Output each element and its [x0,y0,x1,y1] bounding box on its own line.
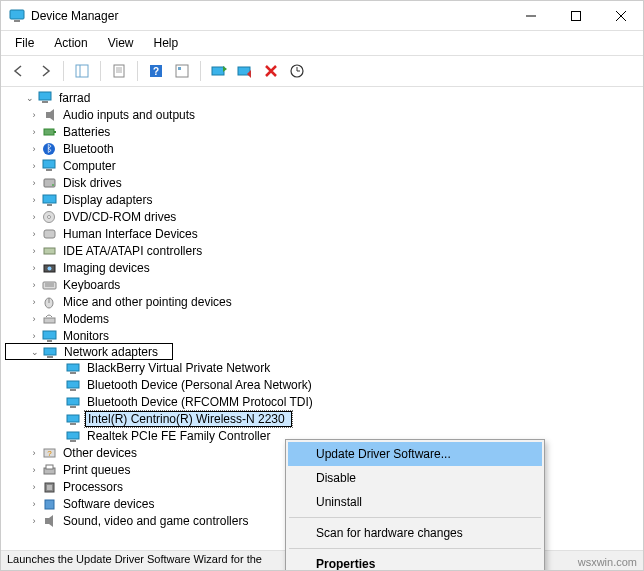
category-battery[interactable]: ›Batteries [5,123,643,140]
battery-icon [41,124,59,140]
menu-action[interactable]: Action [46,33,95,53]
close-button[interactable] [598,1,643,31]
category-audio[interactable]: ›Audio inputs and outputs [5,106,643,123]
expand-icon[interactable]: › [27,482,41,492]
expand-icon[interactable]: › [27,161,41,171]
ctx-update-driver[interactable]: Update Driver Software... [288,442,542,466]
expand-icon[interactable]: › [27,127,41,137]
separator [200,61,201,81]
category-bt[interactable]: ›Bluetooth [5,140,643,157]
toolbar: ? [1,55,643,87]
expand-icon[interactable]: › [27,144,41,154]
network-adapter-icon [65,360,83,376]
svg-rect-45 [44,348,56,355]
menu-view[interactable]: View [100,33,142,53]
action-center-button[interactable] [170,59,194,83]
monitor-icon [41,328,59,344]
category-display[interactable]: ›Display adapters [5,191,643,208]
expand-icon[interactable]: › [27,448,41,458]
category-kb[interactable]: ›Keyboards [5,276,643,293]
category-label: Disk drives [61,176,124,190]
svg-rect-53 [67,415,79,422]
status-text: Launches the Update Driver Software Wiza… [7,553,262,565]
category-network-adapters[interactable]: ⌄ Network adapters [5,343,173,360]
disable-button[interactable] [233,59,257,83]
category-label: Keyboards [61,278,122,292]
separator [289,548,541,549]
category-hid[interactable]: ›Human Interface Devices [5,225,643,242]
svg-rect-51 [67,398,79,405]
category-img[interactable]: ›Imaging devices [5,259,643,276]
svg-rect-6 [76,65,88,77]
collapse-icon[interactable]: ⌄ [28,347,42,357]
adapter-item[interactable]: Bluetooth Device (RFCOMM Protocol TDI) [5,393,643,410]
expand-icon[interactable]: › [27,195,41,205]
category-label: Processors [61,480,125,494]
category-label: Monitors [61,329,111,343]
expand-icon[interactable]: › [27,297,41,307]
expand-icon[interactable]: › [27,331,41,341]
computer-icon [37,90,55,106]
img-icon [41,260,59,276]
category-label: Human Interface Devices [61,227,200,241]
minimize-button[interactable] [508,1,553,31]
sw-icon [41,496,59,512]
category-dvd[interactable]: ›DVD/CD-ROM drives [5,208,643,225]
category-ide[interactable]: ›IDE ATA/ATAPI controllers [5,242,643,259]
ctx-scan[interactable]: Scan for hardware changes [288,521,542,545]
expand-icon[interactable]: › [27,263,41,273]
category-disk[interactable]: ›Disk drives [5,174,643,191]
forward-button[interactable] [33,59,57,83]
collapse-icon[interactable]: ⌄ [23,93,37,103]
expand-icon[interactable]: › [27,246,41,256]
expand-icon[interactable]: › [27,465,41,475]
expand-icon[interactable]: › [27,314,41,324]
category-modem[interactable]: ›Modems [5,310,643,327]
category-label: Batteries [61,125,112,139]
scan-hardware-button[interactable] [285,59,309,83]
svg-rect-14 [176,65,188,77]
properties-button[interactable] [107,59,131,83]
svg-rect-50 [70,389,76,391]
menubar: File Action View Help [1,31,643,55]
pc-icon [41,158,59,174]
expand-icon[interactable]: › [27,280,41,290]
category-monitor[interactable]: ›Monitors [5,327,643,344]
update-driver-button[interactable] [207,59,231,83]
svg-rect-0 [10,10,24,19]
menu-file[interactable]: File [7,33,42,53]
network-icon [42,344,60,360]
adapter-item[interactable]: Intel(R) Centrino(R) Wireless-N 2230 [5,410,643,427]
category-mouse[interactable]: ›Mice and other pointing devices [5,293,643,310]
separator [63,61,64,81]
ctx-properties[interactable]: Properties [288,552,542,571]
maximize-button[interactable] [553,1,598,31]
other-icon: ? [41,445,59,461]
help-button[interactable]: ? [144,59,168,83]
expand-icon[interactable]: › [27,516,41,526]
adapter-item[interactable]: BlackBerry Virtual Private Network [5,359,643,376]
network-adapter-icon [65,428,83,444]
category-label: Other devices [61,446,139,460]
svg-rect-49 [67,381,79,388]
back-button[interactable] [7,59,31,83]
svg-rect-44 [47,340,52,342]
expand-icon[interactable]: › [27,499,41,509]
dvd-icon [41,209,59,225]
show-hide-console-button[interactable] [70,59,94,83]
uninstall-button[interactable] [259,59,283,83]
expand-icon[interactable]: › [27,229,41,239]
svg-rect-19 [39,92,51,100]
category-pc[interactable]: ›Computer [5,157,643,174]
ctx-disable[interactable]: Disable [288,466,542,490]
category-label: Bluetooth [61,142,116,156]
audio-icon [41,107,59,123]
svg-rect-34 [44,248,55,254]
adapter-item[interactable]: Bluetooth Device (Personal Area Network) [5,376,643,393]
expand-icon[interactable]: › [27,178,41,188]
ctx-uninstall[interactable]: Uninstall [288,490,542,514]
menu-help[interactable]: Help [146,33,187,53]
expand-icon[interactable]: › [27,110,41,120]
expand-icon[interactable]: › [27,212,41,222]
root-node[interactable]: ⌄ farrad [5,89,643,106]
